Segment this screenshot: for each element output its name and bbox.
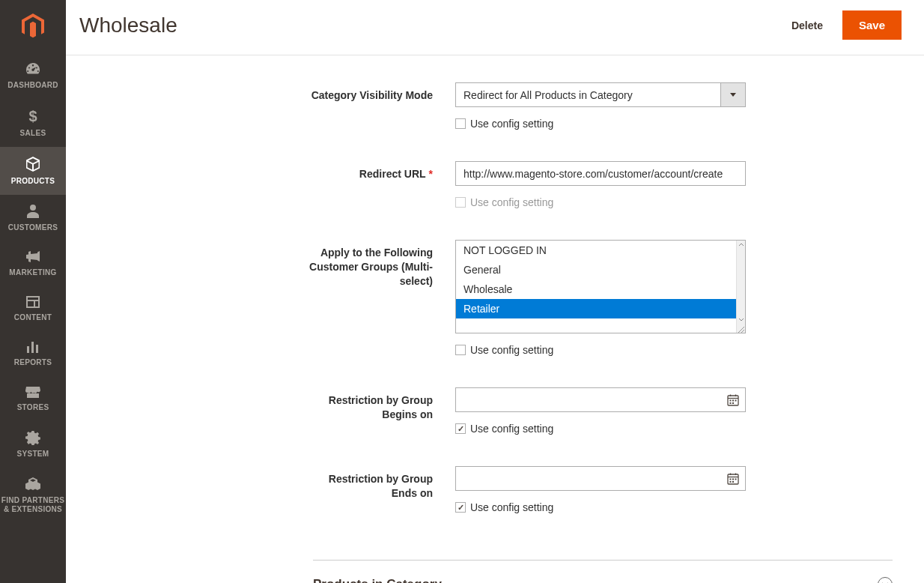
nav-partners[interactable]: FIND PARTNERS & EXTENSIONS	[0, 468, 66, 523]
nav-reports[interactable]: REPORTS	[0, 331, 66, 376]
multiselect-option[interactable]: Wholesale	[456, 280, 736, 299]
multiselect-option[interactable]: NOT LOGGED IN	[456, 241, 736, 260]
restriction-ends-input[interactable]	[455, 466, 746, 491]
nav-label: SYSTEM	[17, 450, 49, 459]
gauge-icon	[25, 61, 41, 76]
nav-label: MARKETING	[9, 268, 56, 277]
header-bar: Wholesale Delete Save	[66, 0, 924, 55]
resize-icon	[736, 324, 745, 333]
nav-stores[interactable]: STORES	[0, 376, 66, 421]
magento-logo-icon	[22, 13, 44, 39]
multiselect-scrollbar[interactable]	[736, 241, 745, 333]
cfg-label: Use config setting	[470, 423, 553, 435]
calendar-button[interactable]	[721, 473, 745, 485]
svg-rect-14	[730, 478, 732, 480]
ends-use-config: Use config setting	[455, 501, 746, 513]
svg-rect-15	[732, 478, 734, 480]
redirect-url-input[interactable]	[455, 161, 746, 186]
row-restriction-begins: Restriction by Group Begins on Use confi…	[88, 387, 902, 460]
section-toggle-button[interactable]	[878, 577, 893, 583]
label-category-visibility: Category Visibility Mode	[88, 82, 455, 155]
section-title: Products in Category	[313, 577, 442, 583]
cfg-label: Use config setting	[470, 196, 553, 208]
cfg-label: Use config setting	[470, 344, 553, 356]
svg-rect-6	[732, 399, 734, 401]
save-button[interactable]: Save	[842, 10, 902, 40]
restriction-begins-input[interactable]	[455, 387, 746, 412]
category-visibility-select[interactable]: Redirect for All Products in Category	[455, 82, 746, 107]
customer-groups-multiselect[interactable]: NOT LOGGED IN General Wholesale Retailer	[455, 240, 746, 333]
row-restriction-ends: Restriction by Group Ends on Use config …	[88, 466, 902, 521]
svg-rect-7	[735, 399, 737, 401]
layout-icon	[25, 295, 40, 309]
label-restriction-ends: Restriction by Group Ends on	[88, 466, 455, 521]
row-customer-groups: Apply to the Following Customer Groups (…	[88, 240, 902, 381]
groups-use-config-checkbox[interactable]	[455, 345, 466, 355]
page-title: Wholesale	[79, 13, 177, 37]
begins-use-config-checkbox[interactable]	[455, 423, 466, 434]
groups-use-config: Use config setting	[455, 344, 746, 356]
resize-handle[interactable]	[736, 324, 745, 333]
storefront-icon	[25, 385, 41, 399]
select-value: Redirect for All Products in Category	[455, 82, 721, 107]
label-customer-groups: Apply to the Following Customer Groups (…	[88, 240, 455, 381]
nav-label: REPORTS	[14, 358, 52, 367]
gear-icon	[25, 430, 40, 445]
nav-sales[interactable]: $ SALES	[0, 99, 66, 147]
svg-rect-17	[730, 481, 732, 483]
header-actions: Delete Save	[791, 10, 902, 40]
caret-down-icon	[730, 93, 736, 97]
row-redirect-url: Redirect URL* Use config setting	[88, 161, 902, 234]
svg-rect-8	[730, 402, 732, 404]
svg-text:$: $	[28, 108, 37, 124]
dollar-icon: $	[28, 108, 38, 124]
cfg-label: Use config setting	[470, 501, 553, 513]
svg-rect-5	[730, 399, 732, 401]
svg-rect-9	[732, 402, 734, 404]
select-toggle-button[interactable]	[721, 82, 746, 107]
partners-icon	[25, 477, 41, 492]
label-restriction-begins: Restriction by Group Begins on	[88, 387, 455, 460]
admin-sidebar: DASHBOARD $ SALES PRODUCTS CUSTOMERS MAR…	[0, 0, 66, 583]
begins-use-config: Use config setting	[455, 423, 746, 435]
nav-label: DASHBOARD	[7, 81, 58, 90]
nav-dashboard[interactable]: DASHBOARD	[0, 52, 66, 99]
nav-label: STORES	[17, 403, 49, 412]
delete-button[interactable]: Delete	[791, 19, 823, 31]
calendar-button[interactable]	[721, 394, 745, 406]
required-asterisk: *	[429, 168, 433, 180]
multiselect-option[interactable]: Retailer	[456, 299, 736, 318]
nav-label: PRODUCTS	[11, 177, 55, 186]
ends-use-config-checkbox[interactable]	[455, 502, 466, 513]
nav-label: SALES	[20, 129, 46, 138]
bar-chart-icon	[25, 340, 40, 354]
megaphone-icon	[25, 250, 41, 264]
magento-logo[interactable]	[0, 0, 66, 52]
nav-customers[interactable]: CUSTOMERS	[0, 195, 66, 241]
nav-label: CUSTOMERS	[8, 223, 58, 232]
svg-rect-18	[732, 481, 734, 483]
redirect-use-config-checkbox[interactable]	[455, 197, 466, 208]
redirect-use-config: Use config setting	[455, 196, 746, 208]
calendar-icon	[727, 394, 739, 406]
nav-system[interactable]: SYSTEM	[0, 421, 66, 468]
section-products-in-category[interactable]: Products in Category	[313, 560, 893, 583]
nav-label: CONTENT	[14, 313, 52, 322]
scroll-up-icon	[737, 241, 746, 249]
nav-content[interactable]: CONTENT	[0, 286, 66, 331]
scroll-down-icon	[737, 316, 746, 324]
form-area: Category Visibility Mode Redirect for Al…	[66, 55, 924, 583]
main-content: Wholesale Delete Save Category Visibilit…	[66, 0, 924, 583]
multiselect-option[interactable]: General	[456, 260, 736, 280]
cfg-label: Use config setting	[470, 118, 553, 130]
nav-label: FIND PARTNERS & EXTENSIONS	[0, 496, 66, 514]
cube-icon	[25, 156, 41, 172]
calendar-icon	[727, 473, 739, 485]
row-category-visibility: Category Visibility Mode Redirect for Al…	[88, 82, 902, 155]
svg-rect-16	[735, 478, 737, 480]
nav-marketing[interactable]: MARKETING	[0, 241, 66, 286]
visibility-use-config-checkbox[interactable]	[455, 118, 466, 129]
visibility-use-config: Use config setting	[455, 118, 746, 130]
nav-products[interactable]: PRODUCTS	[0, 147, 66, 195]
person-icon	[26, 204, 40, 219]
